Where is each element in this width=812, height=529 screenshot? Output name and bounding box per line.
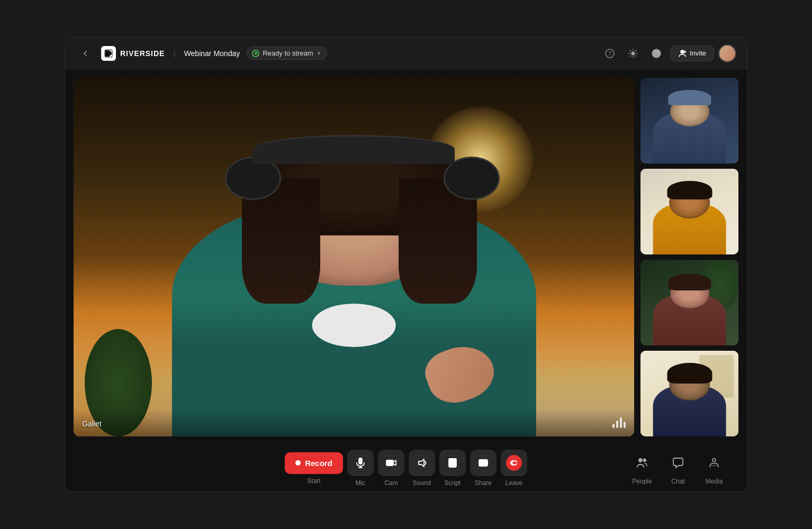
- toolbar-right: People Chat: [625, 451, 731, 485]
- mic-tool: Mic: [347, 450, 374, 487]
- record-tool: Record Start: [285, 452, 343, 485]
- logo-icon: R: [101, 46, 116, 61]
- invite-label: Invite: [690, 49, 706, 57]
- status-text: Ready to stream: [263, 49, 313, 57]
- video-background: [74, 78, 634, 436]
- header: R RIVERSIDE | Webinar Monday Ready to st…: [65, 38, 747, 69]
- sidebar-thumb-3[interactable]: [640, 260, 738, 345]
- header-right: ?: [600, 44, 736, 63]
- media-button[interactable]: [702, 451, 726, 475]
- sound-tool: Sound: [409, 450, 435, 487]
- record-button[interactable]: Record: [285, 452, 343, 474]
- mic-button[interactable]: [347, 450, 374, 476]
- script-label: Script: [445, 479, 461, 487]
- participant-name: Galiet: [82, 419, 102, 428]
- svg-rect-12: [386, 460, 393, 466]
- chat-tool: Chat: [661, 451, 695, 485]
- main-video: Galiet: [74, 78, 634, 436]
- media-label: Media: [706, 478, 723, 485]
- app-window: R RIVERSIDE | Webinar Monday Ready to st…: [65, 37, 747, 492]
- sound-button[interactable]: [409, 450, 435, 476]
- invite-button[interactable]: Invite: [670, 45, 714, 61]
- svg-point-20: [639, 459, 642, 462]
- share-button[interactable]: [470, 450, 497, 476]
- svg-point-4: [631, 52, 635, 55]
- header-left: R RIVERSIDE | Webinar Monday Ready to st…: [76, 44, 600, 63]
- settings-button[interactable]: [624, 44, 643, 63]
- sound-label: Sound: [412, 479, 431, 487]
- record-label: Record: [305, 459, 332, 468]
- svg-point-21: [644, 459, 646, 462]
- svg-point-7: [657, 52, 658, 53]
- cam-tool: Cam: [378, 450, 404, 487]
- cam-label: Cam: [384, 479, 398, 487]
- smiley-button[interactable]: [647, 44, 666, 63]
- main-content: Galiet: [65, 69, 747, 445]
- help-button[interactable]: ?: [600, 44, 619, 63]
- script-button[interactable]: [439, 450, 466, 476]
- status-indicator: [252, 50, 259, 57]
- sidebar-thumb-1[interactable]: [640, 78, 738, 163]
- mic-label: Mic: [356, 479, 366, 487]
- leave-button[interactable]: [501, 450, 527, 476]
- video-overlay: Galiet: [74, 409, 634, 436]
- start-label: Start: [307, 477, 320, 485]
- session-name: Webinar Monday: [184, 49, 240, 58]
- svg-marker-13: [419, 459, 424, 467]
- chat-button[interactable]: [666, 451, 690, 475]
- record-dot-icon: [295, 460, 301, 466]
- chat-label: Chat: [671, 478, 684, 485]
- toolbar: Record Start Mic: [65, 445, 747, 491]
- header-divider: |: [173, 49, 175, 58]
- svg-point-6: [654, 52, 655, 53]
- logo-text: RIVERSIDE: [120, 49, 165, 58]
- share-label: Share: [475, 479, 492, 487]
- sidebar-thumb-2[interactable]: [640, 169, 738, 254]
- chevron-down-icon: ▾: [318, 50, 320, 56]
- back-button[interactable]: [76, 44, 95, 63]
- svg-text:R: R: [105, 51, 109, 57]
- sidebar-thumb-4[interactable]: [640, 351, 738, 436]
- svg-text:?: ?: [608, 51, 611, 57]
- logo: R RIVERSIDE: [101, 46, 165, 61]
- share-tool: Share: [470, 450, 497, 487]
- leave-label: Leave: [505, 479, 522, 487]
- people-label: People: [632, 478, 652, 485]
- video-sidebar: [640, 78, 738, 436]
- cam-button[interactable]: [378, 450, 404, 476]
- audio-bars-icon: [612, 417, 626, 428]
- toolbar-center: Record Start Mic: [285, 450, 527, 487]
- leave-tool: Leave: [501, 450, 527, 487]
- people-button[interactable]: [630, 451, 654, 475]
- status-badge[interactable]: Ready to stream ▾: [246, 47, 327, 60]
- script-tool: Script: [439, 450, 466, 487]
- svg-rect-9: [359, 458, 362, 464]
- media-tool: Media: [697, 451, 731, 485]
- avatar: [718, 44, 736, 62]
- svg-point-8: [681, 50, 684, 53]
- svg-point-5: [652, 49, 661, 58]
- people-tool: People: [625, 451, 659, 485]
